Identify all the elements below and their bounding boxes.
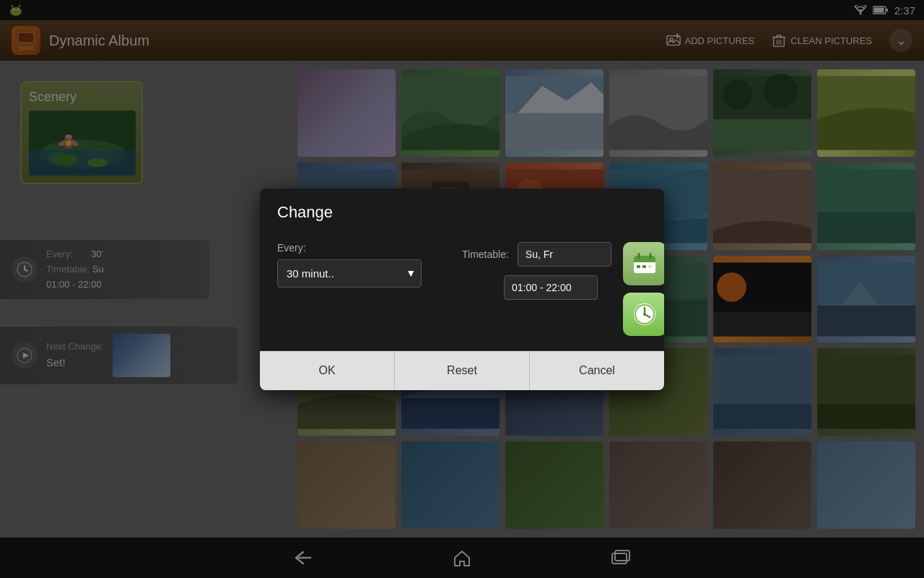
cancel-button[interactable]: Cancel (530, 351, 664, 390)
timerange-row (462, 275, 611, 300)
reset-button[interactable]: Reset (395, 351, 530, 390)
svg-rect-90 (637, 265, 640, 268)
timetable-row: Timetable: (462, 242, 611, 267)
svg-rect-91 (642, 265, 646, 268)
dialog-body: Every: 30 minut.. 1 minute 5 minutes 10 … (260, 230, 664, 350)
ok-button[interactable]: OK (260, 351, 395, 390)
dialog-title: Change (260, 189, 664, 230)
interval-select[interactable]: 30 minut.. 1 minute 5 minutes 10 minutes… (277, 259, 422, 288)
clock-icon (632, 301, 658, 327)
svg-rect-92 (648, 265, 652, 268)
dialog-right-icons (623, 242, 664, 336)
clock-button[interactable] (623, 293, 664, 336)
every-field-label: Every: (277, 242, 422, 254)
change-dialog: Change Every: 30 minut.. 1 minute 5 minu… (260, 189, 664, 390)
calendar-button[interactable] (623, 242, 664, 285)
dialog-buttons: OK Reset Cancel (260, 350, 664, 390)
timetable-field-label: Timetable: (462, 249, 509, 260)
svg-point-97 (643, 313, 646, 316)
dialog-right: Timetable: (462, 242, 664, 336)
timetable-input[interactable] (518, 242, 611, 267)
interval-select-wrapper: 30 minut.. 1 minute 5 minutes 10 minutes… (277, 259, 422, 288)
dialog-left: Every: 30 minut.. 1 minute 5 minutes 10 … (277, 242, 422, 336)
dialog-right-fields: Timetable: (462, 242, 611, 300)
calendar-icon (632, 251, 658, 277)
svg-rect-87 (634, 260, 655, 262)
dialog-right-content: Timetable: (462, 242, 664, 336)
timerange-input[interactable] (504, 275, 598, 300)
modal-overlay: Change Every: 30 minut.. 1 minute 5 minu… (0, 0, 924, 578)
